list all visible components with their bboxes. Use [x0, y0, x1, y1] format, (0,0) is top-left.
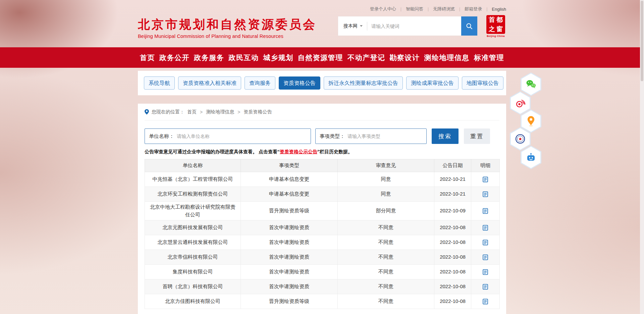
wechat-button[interactable]	[521, 72, 541, 96]
nav-item-natural-resources[interactable]: 自然资源管理	[298, 53, 343, 62]
cell-detail	[471, 235, 500, 250]
topbar-link-mail-login[interactable]: 邮箱登录	[465, 6, 482, 12]
cell-opinion: 同意	[338, 187, 434, 202]
separator: |	[459, 7, 460, 11]
cell-opinion: 同意	[338, 172, 434, 187]
cell-date: 2022-10-08	[434, 294, 471, 309]
separator: |	[486, 7, 487, 11]
nav-item-public-interaction[interactable]: 政民互动	[228, 53, 259, 62]
table-header-row: 单位名称 事项类型 审查意见 公告日期 明细	[145, 159, 500, 172]
cell-opinion: 不同意	[338, 235, 434, 250]
secondary-nav: 系统导航 资质资格准入相关标准 查询服务 资质资格公告 拆迁永久性测量标志审批公…	[138, 71, 506, 95]
notice-text: 公告审查意见可通过企业申报端的办理进度具体查看。 点击查看“资质资格公示公告”栏…	[145, 149, 499, 155]
item-type-input[interactable]	[347, 134, 422, 139]
cell-company: 集度科技有限公司	[145, 265, 241, 279]
breadcrumb: 您现在的位置： 首页 > 测绘地理信息 > 资质资格公告	[145, 104, 499, 120]
nav-item-survey-design[interactable]: 勘察设计	[390, 53, 420, 62]
scrollbar[interactable]	[640, 0, 644, 314]
filter-bar: 单位名称： 事项类型： 搜索 重置	[145, 128, 499, 144]
topbar-link-accessibility[interactable]: 无障碍浏览	[433, 6, 455, 12]
detail-button[interactable]	[482, 269, 489, 275]
capital-window-logo[interactable]: 首都 之窗 Beijing·China	[485, 15, 506, 38]
seal-caption: Beijing·China	[485, 35, 506, 38]
tab-query-service[interactable]: 查询服务	[245, 76, 275, 90]
cell-opinion: 不同意	[338, 250, 434, 265]
nav-item-home[interactable]: 首页	[140, 53, 155, 62]
document-icon	[482, 224, 489, 231]
cell-opinion: 不同意	[338, 294, 434, 309]
tab-system-nav[interactable]: 系统导航	[144, 76, 175, 90]
unit-name-label: 单位名称：	[149, 133, 174, 140]
public-notice-history-link[interactable]: 资质资格公示公告	[280, 149, 317, 154]
topbar-link-personal-center[interactable]: 登录个人中心	[370, 6, 396, 12]
detail-button[interactable]	[482, 176, 489, 183]
tab-qualification-standards[interactable]: 资质资格准入相关标准	[178, 76, 241, 90]
cell-item-type: 晋升测绘资质等级	[241, 202, 338, 220]
site-title: 北京市规划和自然资源委员会	[138, 18, 317, 31]
scrollbar-thumb[interactable]	[641, 1, 643, 81]
detail-button[interactable]	[482, 283, 489, 290]
document-icon	[482, 254, 489, 261]
breadcrumb-label: 您现在的位置：	[152, 109, 184, 115]
cell-date: 2022-10-08	[434, 220, 471, 235]
nav-item-standards[interactable]: 标准管理	[474, 53, 504, 62]
col-header-date: 公告日期	[434, 159, 471, 172]
detail-button[interactable]	[482, 239, 489, 246]
search-scope-select[interactable]: 搜本网	[338, 23, 367, 29]
emblem-seal-icon	[515, 134, 526, 144]
tab-map-review-notice[interactable]: 地图审核公告	[462, 76, 503, 90]
cell-date: 2022-10-21	[434, 172, 471, 187]
search-input[interactable]	[367, 23, 461, 29]
filter-search-button[interactable]: 搜索	[432, 128, 459, 144]
tab-demolition-survey-marker-notice[interactable]: 拆迁永久性测量标志审批公告	[324, 76, 403, 90]
weibo-button[interactable]	[510, 91, 531, 115]
table-row: 北京帝信科技有限公司 首次申请测绘资质 不同意 2022-10-08	[145, 250, 500, 265]
seal-characters: 首都 之窗	[486, 15, 505, 34]
cell-company: 北京环安工程检测有限责任公司	[145, 187, 241, 202]
location-pin-icon	[145, 109, 149, 115]
nav-item-geo-information[interactable]: 测绘地理信息	[424, 53, 470, 62]
cell-detail	[471, 172, 500, 187]
page-background: { "topbar": { "links": ["登录个人中心", "智能问答"…	[0, 0, 644, 314]
assistant-button[interactable]	[521, 146, 541, 169]
document-icon	[482, 269, 489, 275]
primary-nav: 首页 政务公开 政务服务 政民互动 城乡规划 自然资源管理 不动产登记 勘察设计…	[0, 47, 644, 68]
document-icon	[482, 176, 489, 183]
breadcrumb-geo-information[interactable]: 测绘地理信息	[206, 109, 234, 115]
separator: |	[428, 7, 429, 11]
cell-date: 2022-10-08	[434, 250, 471, 265]
topbar-link-english[interactable]: English	[492, 7, 506, 12]
nav-item-gov-services[interactable]: 政务服务	[194, 53, 224, 62]
cell-company: 北京慧景云通科技发展有限公司	[145, 235, 241, 250]
nav-item-urban-planning[interactable]: 城乡规划	[263, 53, 293, 62]
table-row: 北京元图科技发展有限公司 首次申请测绘资质 不同意 2022-10-08	[145, 220, 500, 235]
table-row: 北京环安工程检测有限责任公司 申请基本信息变更 同意 2022-10-21	[145, 187, 500, 202]
qualification-table: 单位名称 事项类型 审查意见 公告日期 明细 中兆恒基（北京）工程管理有限公司 …	[145, 159, 500, 309]
cell-company: 北京力佳图科技有限公司	[145, 294, 241, 309]
unit-name-input[interactable]	[177, 134, 307, 139]
tab-survey-results-notice[interactable]: 测绘成果审批公告	[406, 76, 459, 90]
topbar-link-smart-qa[interactable]: 智能问答	[406, 6, 423, 12]
detail-button[interactable]	[482, 208, 489, 214]
detail-button[interactable]	[482, 191, 489, 198]
search-button[interactable]	[461, 16, 477, 36]
cell-company: 北京元图科技发展有限公司	[145, 220, 241, 235]
cell-date: 2022-10-08	[434, 235, 471, 250]
detail-button[interactable]	[482, 254, 489, 261]
nav-item-real-estate-registration[interactable]: 不动产登记	[347, 53, 385, 62]
breadcrumb-home[interactable]: 首页	[187, 109, 197, 115]
cell-date: 2022-10-08	[434, 279, 471, 294]
cell-date: 2022-10-21	[434, 187, 471, 202]
cell-detail	[471, 294, 500, 309]
detail-button[interactable]	[482, 298, 489, 305]
cell-company: 北京中地大工程勘察设计研究院有限责任公司	[145, 202, 241, 220]
tab-qualification-notice[interactable]: 资质资格公告	[279, 76, 320, 90]
document-icon	[482, 191, 489, 198]
nav-item-gov-affairs[interactable]: 政务公开	[159, 53, 190, 62]
cell-date: 2022-10-08	[434, 265, 471, 279]
table-row: 中兆恒基（北京）工程管理有限公司 申请基本信息变更 同意 2022-10-21	[145, 172, 500, 187]
filter-reset-button[interactable]: 重置	[464, 128, 490, 144]
detail-button[interactable]	[482, 224, 489, 231]
notice-after: ”栏目历史数据。	[317, 149, 353, 154]
site-brand[interactable]: 北京市规划和自然资源委员会 Beijing Municipal Commissi…	[138, 18, 317, 39]
